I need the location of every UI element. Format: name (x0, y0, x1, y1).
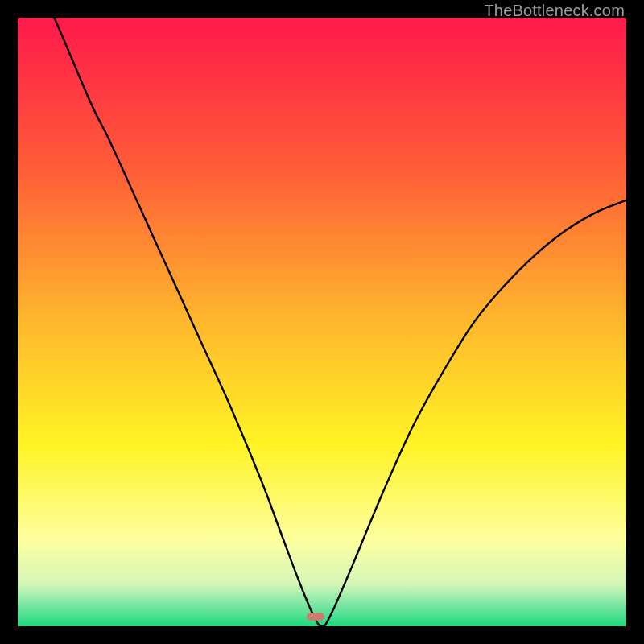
bottleneck-curve (18, 18, 626, 626)
curve-layer (18, 18, 626, 626)
chart-frame: TheBottleneck.com (0, 0, 644, 644)
watermark-label: TheBottleneck.com (484, 2, 625, 20)
minimum-marker (307, 613, 324, 621)
plot-area (18, 18, 626, 626)
